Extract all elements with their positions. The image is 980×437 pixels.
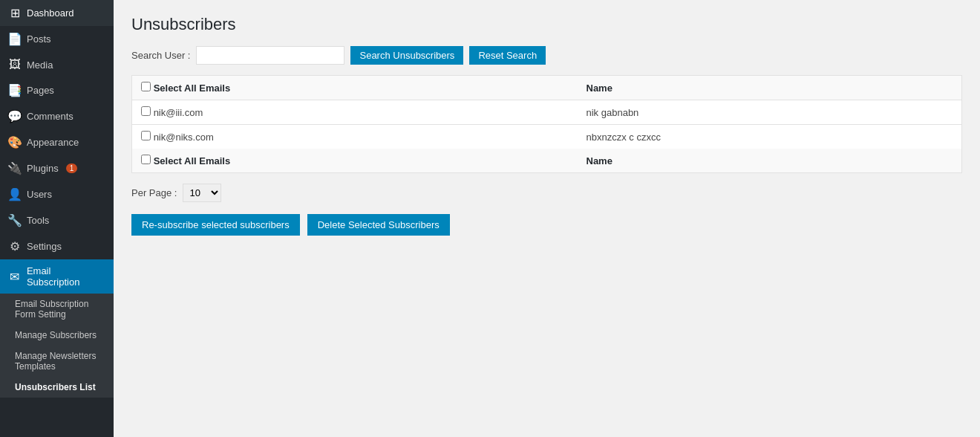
per-page-select[interactable]: 102550100 <box>183 184 221 202</box>
sidebar-item-label: Comments <box>27 111 74 122</box>
email-subscription-submenu: Email Subscription Form Setting Manage S… <box>0 294 114 398</box>
sidebar-item-comments[interactable]: 💬 Comments <box>0 103 114 129</box>
submenu-manage-newsletters[interactable]: Manage Newsletters Templates <box>0 346 114 377</box>
footer-email-col: Select All Emails <box>132 149 578 173</box>
page-title: Unsubscribers <box>131 15 962 34</box>
header-email-col: Select All Emails <box>132 76 578 100</box>
select-all-bottom-checkbox[interactable] <box>141 155 151 164</box>
sidebar-item-label: Users <box>27 189 52 200</box>
email-subscription-icon: ✉ <box>7 270 22 284</box>
sidebar-item-email-subscription[interactable]: ✉ Email Subscription <box>0 259 114 294</box>
delete-button[interactable]: Delete Selected Subscribers <box>307 214 450 236</box>
sidebar-item-tools[interactable]: 🔧 Tools <box>0 207 114 233</box>
per-page-label: Per Page : <box>131 187 177 198</box>
sidebar-item-label: Pages <box>27 85 54 96</box>
sidebar-item-users[interactable]: 👤 Users <box>0 181 114 207</box>
sidebar-item-plugins[interactable]: 🔌 Plugins 1 <box>0 155 114 181</box>
table-footer-row: Select All Emails Name <box>132 149 962 173</box>
sidebar: ⊞ Dashboard 📄 Posts 🖼 Media 📑 Pages 💬 Co… <box>0 0 114 437</box>
table-row: nik@niks.com nbxnzczx c czxcc <box>132 125 962 149</box>
name-cell: nbxnzczx c czxcc <box>578 125 962 149</box>
table-header-row: Select All Emails Name <box>132 76 962 100</box>
table-row: nik@iii.com nik gabnabn <box>132 100 962 125</box>
plugins-icon: 🔌 <box>7 161 22 175</box>
submenu-form-setting[interactable]: Email Subscription Form Setting <box>0 294 114 325</box>
reset-search-button[interactable]: Reset Search <box>469 46 546 65</box>
sidebar-item-dashboard[interactable]: ⊞ Dashboard <box>0 0 114 26</box>
sidebar-item-label: Plugins <box>27 163 59 174</box>
subscribers-table: Select All Emails Name nik@iii.com nik g… <box>131 75 962 173</box>
sidebar-item-pages[interactable]: 📑 Pages <box>0 77 114 103</box>
row-checkbox-1[interactable] <box>141 131 151 140</box>
comments-icon: 💬 <box>7 109 22 123</box>
pages-icon: 📑 <box>7 83 22 97</box>
sidebar-item-label: Posts <box>27 33 51 45</box>
sidebar-item-settings[interactable]: ⚙ Settings <box>0 233 114 259</box>
per-page-row: Per Page : 102550100 <box>131 184 962 202</box>
plugins-badge: 1 <box>66 164 78 173</box>
email-cell: nik@niks.com <box>132 125 578 149</box>
settings-icon: ⚙ <box>7 239 22 253</box>
users-icon: 👤 <box>7 187 22 201</box>
search-bar: Search User : Search Unsubscribers Reset… <box>131 46 962 65</box>
sidebar-item-appearance[interactable]: 🎨 Appearance <box>0 129 114 155</box>
sidebar-item-label: Dashboard <box>27 7 74 19</box>
sidebar-item-label: Appearance <box>27 137 79 148</box>
appearance-icon: 🎨 <box>7 135 22 149</box>
select-all-top-checkbox[interactable] <box>141 82 151 91</box>
sidebar-item-media[interactable]: 🖼 Media <box>0 52 114 77</box>
sidebar-item-label: Media <box>27 59 53 71</box>
media-icon: 🖼 <box>7 58 22 71</box>
table-body: nik@iii.com nik gabnabn nik@niks.com nbx… <box>132 100 962 149</box>
tools-icon: 🔧 <box>7 213 22 227</box>
sidebar-item-label: Email Subscription <box>27 265 106 288</box>
submenu-unsubscribers-list[interactable]: Unsubscribers List <box>0 377 114 398</box>
main-content: Unsubscribers Search User : Search Unsub… <box>114 0 980 437</box>
search-button[interactable]: Search Unsubscribers <box>350 46 463 65</box>
search-label: Search User : <box>131 50 190 61</box>
posts-icon: 📄 <box>7 32 22 46</box>
email-cell: nik@iii.com <box>132 100 578 125</box>
header-name-col: Name <box>578 76 962 100</box>
dashboard-icon: ⊞ <box>7 6 22 20</box>
sidebar-item-posts[interactable]: 📄 Posts <box>0 26 114 52</box>
action-buttons: Re-subscribe selected subscribers Delete… <box>131 214 962 236</box>
name-cell: nik gabnabn <box>578 100 962 125</box>
sidebar-item-label: Tools <box>27 215 49 226</box>
footer-name-col: Name <box>578 149 962 173</box>
submenu-manage-subscribers[interactable]: Manage Subscribers <box>0 325 114 346</box>
search-input[interactable] <box>196 46 344 65</box>
row-checkbox-0[interactable] <box>141 106 151 116</box>
sidebar-item-label: Settings <box>27 241 62 252</box>
resubscribe-button[interactable]: Re-subscribe selected subscribers <box>131 214 300 236</box>
